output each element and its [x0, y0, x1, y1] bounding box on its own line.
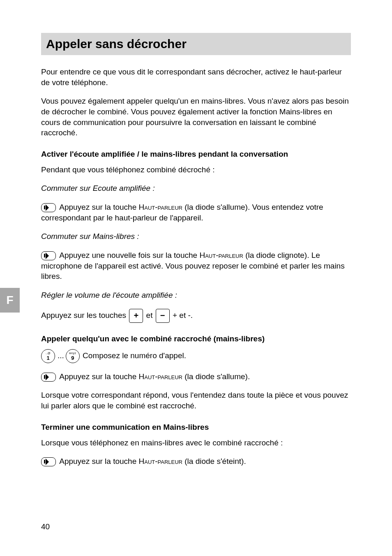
- ellipsis: ...: [58, 351, 64, 360]
- section2-step2: Appuyez sur la touche Haut-parleur (la d…: [41, 371, 351, 382]
- speaker-icon: [41, 203, 56, 212]
- section1-sub2: Commuter sur Mains-libres :: [41, 231, 351, 242]
- section1-sub3: Régler le volume de l'écoute amplifiée :: [41, 290, 351, 301]
- intro-paragraph-2: Vous pouvez également appeler quelqu'un …: [41, 96, 351, 138]
- speaker-icon: [41, 373, 56, 382]
- subheading-end-call: Terminer une communication en Mains-libr…: [41, 423, 351, 432]
- page-number: 40: [41, 522, 50, 531]
- keypad-9-icon: wxyz 9: [66, 349, 80, 363]
- section1-step1: Appuyez sur la touche Haut-parleur (la d…: [41, 202, 351, 223]
- intro-paragraph-1: Pour entendre ce que vous dit le corresp…: [41, 67, 351, 88]
- section1-sub1: Commuter sur Ecoute amplifiée :: [41, 183, 351, 194]
- section1-step3: Appuyez sur les touches + et − + et -.: [41, 309, 351, 323]
- side-tab-label: F: [6, 294, 13, 307]
- page-content: Appeler sans décrocher Pour entendre ce …: [0, 0, 392, 508]
- subheading-call-handsfree: Appeler quelqu'un avec le combiné raccro…: [41, 334, 351, 343]
- section3-step1: Appuyez sur la touche Haut-parleur (la d…: [41, 456, 351, 467]
- speaker-icon: [41, 251, 56, 260]
- section1-line1: Pendant que vous téléphonez combiné décr…: [41, 164, 351, 175]
- side-tab-language: F: [0, 288, 20, 313]
- section2-step1: .,@ 1 ... wxyz 9 Composez le numéro d'ap…: [41, 349, 351, 363]
- section1-step2: Appuyez une nouvelle fois sur la touche …: [41, 250, 351, 282]
- plus-button-icon: +: [129, 309, 143, 323]
- minus-button-icon: −: [156, 309, 170, 323]
- section3-line1: Lorsque vous téléphonez en mains-libres …: [41, 438, 351, 448]
- subheading-activate: Activer l'écoute amplifiée / le mains-li…: [41, 150, 351, 159]
- speaker-icon: [41, 457, 56, 466]
- section-title-bar: Appeler sans décrocher: [41, 33, 351, 55]
- page-title: Appeler sans décrocher: [46, 37, 346, 51]
- keypad-1-icon: .,@ 1: [41, 349, 55, 363]
- section2-line3: Lorsque votre correspondant répond, vous…: [41, 390, 351, 411]
